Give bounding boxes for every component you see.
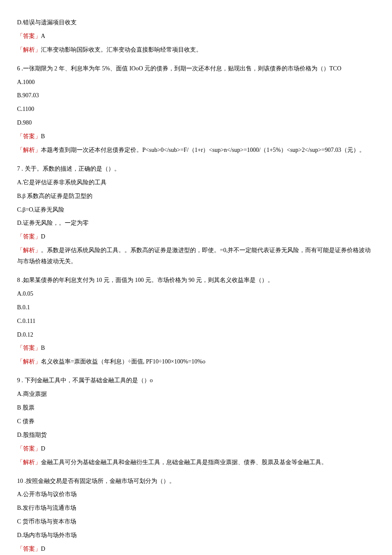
q9-option-c: C 债券	[17, 416, 375, 427]
explanation-label: 「解析」	[17, 247, 41, 253]
q10-option-c: C 货币市场与资本市场	[17, 516, 375, 527]
q8-explanation: 名义收益率=票面收益（年利息）÷面值, PF10÷100×100%=10%o	[41, 358, 205, 365]
q7-explanation-line: 「解析」。系数是评估系统风险的工具。。系数高的证券是激进型的，即使。=0,并不一…	[17, 245, 375, 267]
q6-option-d: D.980	[17, 117, 375, 128]
explanation-label: 「解析」	[17, 459, 41, 465]
q8-answer-line: 「答案」B	[17, 343, 375, 354]
q10-answer-line: 「答案」D	[17, 543, 375, 555]
q9-option-a: A.商业票据	[17, 389, 375, 400]
explanation-label: 「解析」	[17, 358, 41, 365]
q8-answer: B	[41, 345, 45, 351]
q6-explanation-line: 「解析」本题考查到期一次还本付息债券定价。P<sub>0</sub>=F/（1+…	[17, 145, 375, 156]
q10-stem: 10 .按照金融交易是否有固定场所，金融市场可划分为（）。	[17, 476, 375, 487]
q9-answer: D	[41, 445, 45, 452]
q9-explanation-line: 「解析」金融工具可分为基础金融工具和金融衍生工具，息础金融工具是指商业票据、债券…	[17, 457, 375, 468]
question-6: 6 .一张期限为 2 年、利息率为年 5%、面值 IOoO 元的债券，到期一次还…	[17, 63, 375, 156]
q8-stem: 8 .如果某债券的年利息支付为 10 元，面值为 100 元。市场价格为 90 …	[17, 275, 375, 286]
answer-label: 「答案」	[17, 445, 41, 452]
explanation-label: 「解析」	[17, 46, 41, 53]
q9-answer-line: 「答案」D	[17, 443, 375, 454]
q9-option-d: D.股指期货	[17, 430, 375, 441]
q6-stem: 6 .一张期限为 2 年、利息率为年 5%、面值 IOoO 元的债券，到期一次还…	[17, 63, 375, 74]
answer-label: 「答案」	[17, 546, 41, 552]
answer-label: 「答案」	[17, 233, 41, 240]
q8-option-d: D.0.12	[17, 329, 375, 340]
q7-explanation: 。系数是评估系统风险的工具。。系数高的证券是激进型的，即使。=0,并不一定能代表…	[17, 247, 371, 264]
q6-option-b: B.907.03	[17, 90, 375, 101]
question-10: 10 .按照金融交易是否有固定场所，金融市场可划分为（）。 A.公开市场与议价市…	[17, 476, 375, 555]
q8-option-a: A.0.05	[17, 288, 375, 299]
q6-option-c: C.1100	[17, 104, 375, 115]
q10-answer: D	[41, 546, 45, 552]
q10-option-d: D.场内市场与场外市场	[17, 530, 375, 541]
question-5-tail: D.错误与遗漏项目收支 「答案」A 「解析」汇率变动影响国际收支。汇率变动会直接…	[17, 17, 375, 55]
q6-explanation: 本题考查到期一次还本付息债券定价。P<sub>0</sub>=F/（1+r）<s…	[41, 147, 365, 153]
q6-answer-line: 「答案」B	[17, 131, 375, 142]
q5-explanation: 汇率变动影响国际收支。汇率变动会直接影响经常项目收支。	[41, 46, 202, 53]
q5-option-d: D.错误与遗漏项目收支	[17, 17, 375, 28]
answer-label: 「答案」	[17, 33, 41, 39]
q7-answer: D	[41, 233, 45, 240]
q10-option-a: A.公开市场与议价市场	[17, 489, 375, 500]
q7-option-a: A.它是评估证券非系统风险的工具	[17, 177, 375, 188]
q6-answer: B	[41, 133, 45, 139]
q8-explanation-line: 「解析」名义收益率=票面收益（年利息）÷面值, PF10÷100×100%=10…	[17, 356, 375, 367]
q6-option-a: A.1000	[17, 77, 375, 88]
explanation-label: 「解析」	[17, 147, 41, 153]
question-9: 9 . 下列金融工具中，不属于基础金融工具的是（）o A.商业票据 B 股票 C…	[17, 375, 375, 468]
answer-label: 「答案」	[17, 345, 41, 351]
answer-label: 「答案」	[17, 133, 41, 139]
question-7: 7 . 关于。系数的描述，正确的是（）。 A.它是评估证券非系统风险的工具 B.…	[17, 163, 375, 267]
q8-option-b: B.0.1	[17, 302, 375, 313]
q7-option-d: D.证券无风险，。一定为零	[17, 218, 375, 229]
q5-answer-line: 「答案」A	[17, 31, 375, 42]
q9-stem: 9 . 下列金融工具中，不属于基础金融工具的是（）o	[17, 375, 375, 386]
q7-answer-line: 「答案」D	[17, 231, 375, 242]
q7-option-b: B.β 系数高的证券是防卫型的	[17, 191, 375, 202]
question-8: 8 .如果某债券的年利息支付为 10 元，面值为 100 元。市场价格为 90 …	[17, 275, 375, 367]
q7-stem: 7 . 关于。系数的描述，正确的是（）。	[17, 163, 375, 174]
q8-option-c: C.0.111	[17, 316, 375, 327]
q5-explanation-line: 「解析」汇率变动影响国际收支。汇率变动会直接影响经常项目收支。	[17, 44, 375, 55]
q5-answer: A	[41, 33, 45, 39]
q7-option-c: C.β=O,证券无风险	[17, 204, 375, 215]
q9-explanation: 金融工具可分为基础金融工具和金融衍生工具，息础金融工具是指商业票据、债券、股票及…	[41, 459, 327, 465]
q9-option-b: B 股票	[17, 402, 375, 413]
q10-option-b: B.发行市场与流通市场	[17, 503, 375, 514]
